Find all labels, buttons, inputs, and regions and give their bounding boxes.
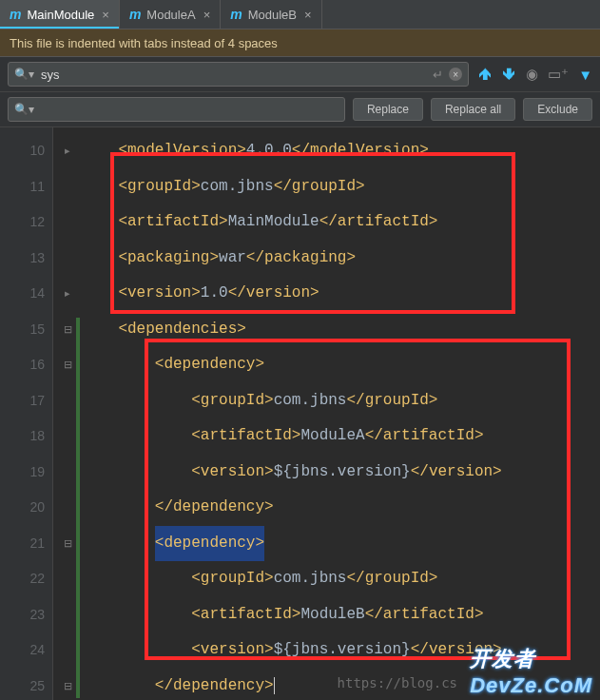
add-selection-icon[interactable]: ▭⁺ [548, 66, 569, 83]
line-gutter: 10111213141516171819202122232425 [0, 127, 53, 700]
watermark: 开发者 DevZe.CoM [470, 645, 592, 698]
warning-text: This file is indented with tabs instead … [10, 36, 278, 50]
code-line[interactable]: <packaging>war</packaging> [82, 241, 600, 277]
line-number: 17 [0, 383, 45, 419]
fold-none [53, 169, 82, 205]
tab-moduleb[interactable]: m ModuleB × [221, 0, 321, 29]
search-input-box[interactable]: 🔍▾ ↵ × [8, 62, 469, 87]
line-number: 20 [0, 490, 45, 526]
line-number: 13 [0, 241, 45, 277]
search-icon: 🔍▾ [14, 103, 34, 116]
tab-label: ModuleA [146, 8, 195, 22]
exclude-button[interactable]: Exclude [523, 98, 592, 121]
line-number: 21 [0, 526, 45, 562]
warning-bar: This file is indented with tabs instead … [0, 29, 600, 57]
search-icon: 🔍▾ [14, 68, 34, 81]
tab-modulea[interactable]: m ModuleA × [120, 0, 221, 29]
line-number: 15 [0, 312, 45, 348]
code-line[interactable]: <groupId>com.jbns</groupId> [82, 383, 600, 419]
code-line[interactable]: <version>1.0</version> [82, 276, 600, 312]
line-number: 19 [0, 455, 45, 491]
line-number: 11 [0, 169, 45, 205]
maven-icon: m [129, 7, 141, 22]
maven-icon: m [230, 7, 242, 22]
replace-button[interactable]: Replace [353, 98, 423, 121]
replace-input[interactable] [39, 102, 339, 118]
line-number: 16 [0, 347, 45, 383]
url-hint: https://blog.cs [338, 675, 457, 690]
clear-icon[interactable]: × [449, 68, 462, 81]
code-line[interactable]: </dependency> [82, 490, 600, 526]
close-icon[interactable]: × [304, 8, 312, 22]
replace-toolbar: 🔍▾ Replace Replace all Exclude [0, 92, 600, 127]
find-toolbar: 🔍▾ ↵ × 🡹 🡻 ◉ ▭⁺ ▼ [0, 57, 600, 92]
code-line[interactable]: <dependency> [82, 347, 600, 383]
line-number: 25 [0, 669, 45, 701]
select-all-icon[interactable]: ◉ [526, 66, 538, 83]
search-input[interactable] [39, 67, 433, 83]
maven-icon: m [10, 7, 21, 22]
line-number: 24 [0, 632, 45, 669]
code-line[interactable]: <artifactId>ModuleB</artifactId> [82, 597, 600, 633]
replace-all-button[interactable]: Replace all [431, 98, 515, 121]
enter-icon: ↵ [433, 68, 443, 82]
editor-area[interactable]: 10111213141516171819202122232425 ▸▸⊟⊟⊟⊟ … [0, 127, 600, 700]
close-icon[interactable]: × [203, 8, 211, 22]
fold-none [53, 204, 82, 241]
code-line[interactable]: <modelVersion>4.0.0</modelVersion> [82, 133, 600, 169]
close-icon[interactable]: × [102, 8, 109, 22]
line-number: 12 [0, 204, 45, 241]
code-content[interactable]: <modelVersion>4.0.0</modelVersion> <grou… [82, 127, 600, 700]
tab-label: ModuleB [248, 8, 297, 22]
line-number: 10 [0, 133, 45, 169]
change-marker [76, 318, 80, 698]
line-number: 23 [0, 597, 45, 633]
replace-input-box[interactable]: 🔍▾ [8, 97, 345, 122]
code-line[interactable]: <artifactId>ModuleA</artifactId> [82, 418, 600, 455]
code-line[interactable]: <groupId>com.jbns</groupId> [82, 561, 600, 597]
code-line[interactable]: <dependency> [82, 526, 600, 562]
fold-none [53, 241, 82, 277]
line-number: 14 [0, 276, 45, 312]
code-line[interactable]: <groupId>com.jbns</groupId> [82, 169, 600, 205]
prev-match-icon[interactable]: 🡹 [478, 67, 493, 83]
tab-mainmodule[interactable]: m MainModule × [0, 0, 120, 29]
tab-bar: m MainModule × m ModuleA × m ModuleB × [0, 0, 600, 29]
code-line[interactable]: <dependencies> [82, 312, 600, 348]
line-number: 18 [0, 418, 45, 455]
line-number: 22 [0, 561, 45, 597]
fold-closed-icon[interactable]: ▸ [53, 276, 82, 312]
next-match-icon[interactable]: 🡻 [502, 67, 516, 83]
code-line[interactable]: <artifactId>MainModule</artifactId> [82, 204, 600, 241]
code-line[interactable]: <version>${jbns.version}</version> [82, 455, 600, 491]
filter-icon[interactable]: ▼ [578, 67, 592, 83]
fold-closed-icon[interactable]: ▸ [53, 133, 82, 169]
tab-label: MainModule [27, 8, 94, 22]
